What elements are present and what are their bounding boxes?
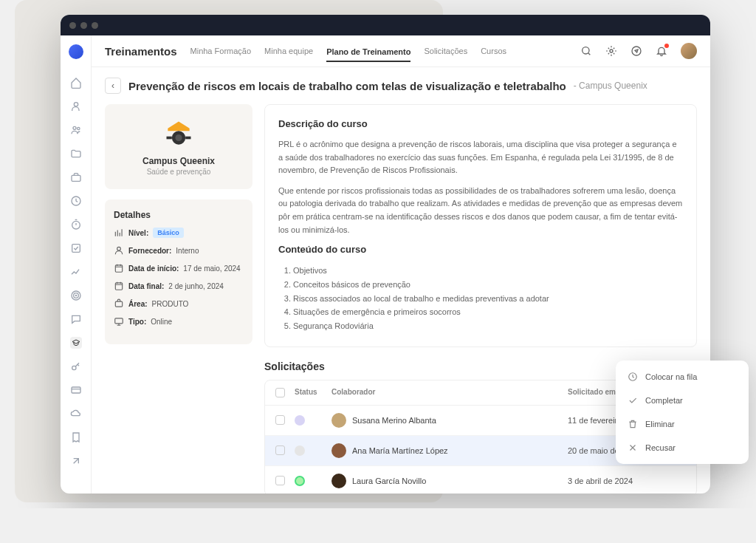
svg-rect-20 [115, 265, 122, 272]
page-header: ‹ Prevenção de riscos em locais de traba… [92, 67, 710, 104]
svg-point-1 [73, 126, 76, 129]
area-value: PRODUTO [152, 300, 189, 308]
svg-point-19 [117, 247, 121, 250]
description-card: Descrição do curso PRL é o acrônimo que … [264, 104, 697, 347]
svg-rect-17 [167, 137, 172, 140]
end-date-icon [114, 281, 124, 291]
collaborator-name: Laura García Novillo [352, 477, 426, 485]
level-badge: Básico [153, 228, 184, 238]
settings-icon[interactable] [605, 45, 617, 57]
supplier-value: Interno [176, 247, 199, 255]
app-logo[interactable] [69, 44, 83, 59]
description-paragraph-2: Que entende por riscos profissionais tod… [278, 185, 683, 236]
row-checkbox[interactable] [275, 445, 285, 455]
menu-label: Recusar [645, 443, 676, 452]
menu-label: Completar [645, 396, 683, 405]
collaborator-name: Susana Merino Albanta [352, 416, 436, 425]
status-indicator [295, 445, 305, 456]
window-minimize-dot[interactable] [80, 22, 87, 29]
menu-complete[interactable]: Completar [620, 389, 744, 412]
card-icon[interactable] [70, 384, 82, 396]
users-icon[interactable] [70, 124, 82, 136]
window-close-dot[interactable] [69, 22, 76, 29]
select-all-checkbox[interactable] [275, 388, 285, 397]
row-checkbox[interactable] [275, 476, 285, 485]
svg-point-10 [72, 366, 75, 369]
graduation-icon[interactable] [70, 337, 82, 349]
home-icon[interactable] [70, 77, 82, 89]
level-label: Nível: [128, 229, 148, 237]
check-icon [628, 395, 638, 406]
back-button[interactable]: ‹ [105, 78, 121, 94]
end-date-label: Data final: [128, 282, 164, 290]
user-avatar[interactable] [681, 43, 697, 59]
row-checkbox[interactable] [275, 415, 285, 425]
page-title-suffix: - Campus Queenix [574, 81, 647, 91]
table-row[interactable]: Laura García Novillo 3 de abril de 2024 [265, 466, 696, 494]
chart-icon[interactable] [70, 266, 82, 278]
level-icon [114, 228, 124, 238]
clock-icon [628, 372, 638, 382]
description-heading: Descrição do curso [278, 118, 683, 129]
menu-label: Colocar na fila [645, 372, 697, 381]
collaborator-avatar [331, 443, 346, 458]
svg-point-5 [72, 221, 80, 229]
start-date-value: 17 de maio, 2024 [183, 264, 240, 273]
window-maximize-dot[interactable] [92, 22, 98, 29]
menu-queue[interactable]: Colocar na fila [620, 365, 744, 389]
bell-icon[interactable] [656, 45, 667, 57]
supplier-icon [114, 245, 124, 256]
svg-rect-3 [72, 175, 80, 181]
svg-point-12 [583, 47, 589, 54]
provider-card: Campus Queenix Saúde e prevenção [105, 104, 252, 189]
end-date-value: 2 de junho, 2024 [168, 282, 224, 290]
svg-rect-23 [115, 318, 123, 324]
menu-delete[interactable]: Eliminar [620, 412, 744, 436]
timer-icon[interactable] [70, 219, 82, 230]
svg-point-0 [74, 103, 78, 106]
column-status: Status [295, 388, 331, 397]
content-heading: Conteúdo do curso [278, 244, 683, 255]
status-indicator [295, 415, 305, 426]
supplier-label: Fornecedor: [128, 247, 171, 255]
window-titlebar [61, 15, 710, 35]
arrow-icon[interactable] [70, 455, 82, 467]
tab-my-training[interactable]: Minha Formação [190, 47, 252, 55]
close-icon [628, 443, 638, 453]
content-item: Objetivos [293, 264, 683, 278]
cloud-icon[interactable] [70, 408, 82, 420]
topbar: Treinamentos Minha Formação Minha equipe… [92, 35, 710, 67]
key-icon[interactable] [70, 361, 82, 372]
sidebar [61, 35, 92, 494]
check-square-icon[interactable] [70, 242, 82, 254]
folder-icon[interactable] [70, 148, 82, 160]
search-icon[interactable] [580, 45, 592, 57]
briefcase-icon[interactable] [70, 171, 82, 183]
svg-point-13 [610, 49, 613, 52]
tab-training-plan[interactable]: Plano de Treinamento [326, 47, 410, 62]
content-item: Conceitos básicos de prevenção [293, 278, 683, 292]
svg-rect-22 [115, 301, 122, 307]
compass-icon[interactable] [630, 45, 642, 57]
chat-icon[interactable] [70, 313, 82, 325]
collaborator-avatar [331, 413, 346, 428]
app-window: Treinamentos Minha Formação Minha equipe… [61, 15, 710, 494]
user-icon[interactable] [70, 100, 82, 112]
clock-icon[interactable] [70, 195, 82, 207]
module-title: Treinamentos [105, 45, 177, 58]
content-item: Situações de emergência e primeiros soco… [293, 305, 683, 319]
tab-courses[interactable]: Cursos [481, 47, 506, 55]
content-item: Segurança Rodoviária [293, 319, 683, 333]
trash-icon [628, 419, 638, 429]
status-indicator [295, 476, 305, 486]
tab-my-team[interactable]: Minha equipe [264, 47, 313, 55]
column-collaborator: Colaborador [331, 388, 568, 397]
type-icon [114, 316, 124, 327]
details-card: Detalhes Nível: Básico Fornecedor: Inter… [105, 199, 252, 344]
target-icon[interactable] [70, 290, 82, 301]
svg-point-14 [632, 47, 641, 55]
menu-refuse[interactable]: Recusar [620, 436, 744, 460]
tab-requests[interactable]: Solicitações [424, 47, 467, 55]
svg-rect-6 [72, 245, 80, 253]
receipt-icon[interactable] [70, 431, 82, 443]
